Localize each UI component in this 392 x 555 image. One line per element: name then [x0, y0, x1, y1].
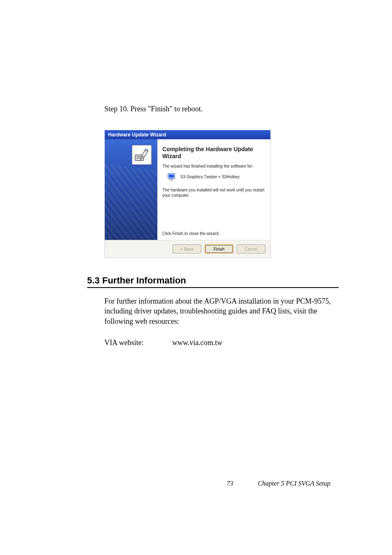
- dialog-body: Completing the Hardware Update Wizard Th…: [105, 139, 270, 240]
- back-button: < Back: [173, 244, 201, 253]
- website-url: www.via.com.tw: [172, 339, 222, 347]
- svg-rect-6: [170, 180, 173, 180]
- svg-rect-1: [136, 156, 142, 157]
- section-heading: 5.3 Further Information: [87, 275, 339, 287]
- svg-rect-5: [170, 179, 173, 180]
- svg-rect-4: [169, 175, 174, 177]
- hardware-icon: [132, 145, 152, 165]
- finish-button[interactable]: Finish: [205, 244, 233, 253]
- close-instruction: Click Finish to close the wizard.: [162, 231, 265, 236]
- step-instruction: Step 10. Press "Finish" to reboot.: [104, 105, 339, 113]
- cancel-button: Cancel: [237, 244, 265, 253]
- page-footer: 73 Chapter 5 PCI SVGA Setup: [0, 480, 392, 487]
- hardware-wizard-dialog: Hardware Update Wizard Completing the Ha…: [104, 130, 271, 258]
- wizard-heading: Completing the Hardware Update Wizard: [162, 146, 265, 160]
- device-name: S3 Graphics Twister + S3Hotkey: [180, 175, 240, 179]
- dialog-button-row: < Back Finish Cancel: [105, 240, 270, 258]
- website-label: VIA website:: [104, 339, 172, 347]
- chapter-label: Chapter 5 PCI SVGA Setup: [258, 480, 330, 487]
- section-body-text: For further information about the AGP/VG…: [104, 296, 339, 326]
- wizard-banner: [105, 139, 157, 240]
- dialog-title-bar: Hardware Update Wizard: [105, 130, 270, 139]
- monitor-icon: [167, 173, 176, 182]
- wizard-finished-text: The wizard has finished installing the s…: [162, 164, 265, 168]
- section-rule: [87, 287, 339, 288]
- page-number: 73: [226, 480, 233, 487]
- restart-warning: The hardware you installed will not work…: [162, 187, 265, 198]
